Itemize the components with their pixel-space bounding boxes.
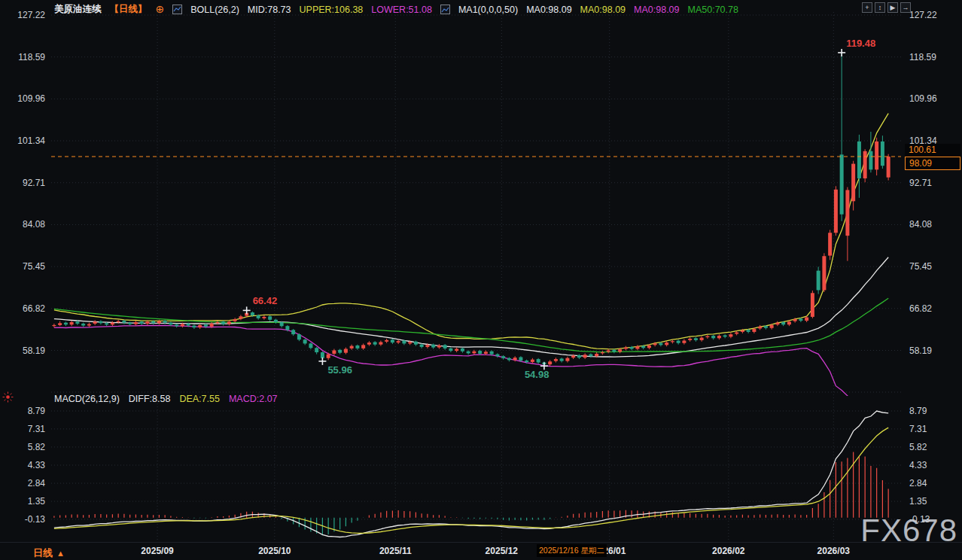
last-price-tag: 98.09: [905, 157, 960, 170]
add-indicator-icon[interactable]: ⊕: [156, 5, 165, 14]
prev-settlement-tag: 100.61: [905, 144, 960, 157]
period-selector-label: 日线: [33, 547, 53, 558]
boll-upper-value: UPPER:106.38: [300, 5, 364, 15]
time-axis: 2025/092025/102025/112025/122026/012026/…: [0, 0, 962, 560]
jump-latest-tool-icon[interactable]: →: [900, 2, 911, 13]
macd-dea-value: DEA:7.55: [179, 394, 220, 404]
ma0-magenta-value: MA0:98.09: [634, 5, 679, 15]
ma0-white-value: MA0:98.09: [526, 5, 571, 15]
period-selector[interactable]: 日线▲: [33, 546, 65, 560]
macd-header: MACD(26,12,9) DIFF:8.58 DEA:7.55 MACD:2.…: [54, 394, 278, 404]
trading-chart-app: 66.4255.9654.98119.48 127.22118.59109.96…: [0, 0, 962, 560]
boll-label[interactable]: BOLL(26,2): [190, 5, 239, 15]
watermark: FX678: [860, 513, 957, 549]
x-axis-month-label: 2025/12: [486, 546, 518, 556]
ma-label[interactable]: MA1(0,0,0,50): [458, 5, 518, 15]
ma50-value: MA50:70.78: [688, 5, 738, 15]
x-axis-month-label: 2025/10: [258, 546, 291, 556]
auto-scale-tool-icon[interactable]: ↕: [875, 2, 885, 13]
crosshair-tool-icon[interactable]: +: [862, 2, 872, 13]
x-axis-month-label: 2026/02: [712, 546, 744, 556]
period-tag[interactable]: 【日线】: [110, 3, 148, 16]
chart-toolbar: +↕▶→: [862, 2, 911, 13]
x-axis-month-label: 2026/03: [817, 546, 850, 556]
alarm-sun-icon[interactable]: [2, 391, 14, 406]
x-axis-month-label: 2025/11: [379, 546, 412, 556]
macd-diff-value: DIFF:8.58: [129, 394, 171, 404]
indicator-header: 美原油连续 【日线】 ⊕ BOLL(26,2) MID:78.73 UPPER:…: [54, 3, 738, 16]
macd-macd-value: MACD:2.07: [229, 394, 278, 404]
bottom-bar-divider: [0, 542, 962, 543]
boll-indicator-icon[interactable]: [172, 5, 182, 14]
triangle-up-icon: ▲: [56, 549, 65, 558]
boll-lower-value: LOWER:51.08: [371, 5, 432, 15]
macd-label[interactable]: MACD(26,12,9): [54, 394, 120, 404]
highlighted-date-label: 2025/12/16 星期二: [537, 544, 607, 557]
ma-indicator-icon[interactable]: [440, 5, 450, 14]
x-axis-month-label: 2025/09: [141, 546, 173, 556]
symbol-name[interactable]: 美原油连续: [54, 3, 102, 16]
playback-tool-icon[interactable]: ▶: [887, 2, 898, 13]
boll-mid-value: MID:78.73: [248, 5, 291, 15]
ma0-yellow-value: MA0:98.09: [580, 5, 626, 15]
